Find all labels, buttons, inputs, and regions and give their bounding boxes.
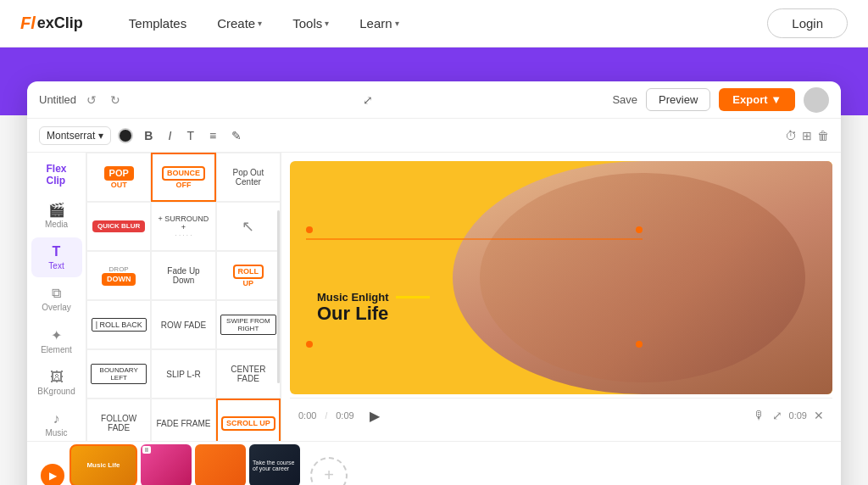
anim-roll-up[interactable]: ROLL UP <box>216 251 281 300</box>
user-avatar[interactable] <box>804 87 829 113</box>
handle-tr[interactable] <box>636 226 643 233</box>
sidebar-label-music: Music <box>45 428 67 438</box>
fade-frame-text: FADE FRAME <box>157 419 211 428</box>
timeline: ▶ Music Life Video 0:16 II Photo 0:09 <box>27 441 841 485</box>
anim-center-fade[interactable]: CENTER FADE <box>216 349 281 399</box>
handle-tl[interactable] <box>306 226 313 233</box>
boundary-left-badge: BOUNDARY LEFT <box>91 364 147 384</box>
text-panel: POP OUT BOUNCE OFF Pop Out Center QUICK … <box>86 153 281 441</box>
expand-icon: ⤢ <box>363 93 373 107</box>
clock-icon[interactable]: ⏱ <box>785 129 797 142</box>
add-clip-button[interactable]: + <box>310 457 348 486</box>
toolbar-right: ⏱ ⊞ 🗑 <box>785 129 829 142</box>
anim-slip-lr[interactable]: SLIP L-R <box>151 349 215 399</box>
topbar-right: Save Preview Export ▼ <box>612 87 829 113</box>
preview-button[interactable]: Preview <box>646 88 710 111</box>
editor-topbar: Untitled ↺ ↻ ⤢ Save Preview Export ▼ <box>27 81 841 119</box>
anim-bounce-off[interactable]: BOUNCE OFF <box>151 153 215 202</box>
topbar-center: ⤢ <box>132 93 604 107</box>
sidebar: FlexClip 🎬 Media T Text ⧉ Overlay ✦ Elem… <box>27 153 86 441</box>
anim-row-fade[interactable]: ROW FADE <box>151 300 215 349</box>
text-format-button[interactable]: T <box>182 126 198 145</box>
align-button[interactable]: ≡ <box>205 126 220 145</box>
learn-chevron-icon: ▾ <box>395 19 399 28</box>
nav-learn[interactable]: Learn ▾ <box>348 11 410 36</box>
sidebar-item-media[interactable]: 🎬 Media <box>31 195 82 236</box>
editor-container: Untitled ↺ ↻ ⤢ Save Preview Export ▼ Mon… <box>27 81 841 485</box>
canvas-text-overlay: Music Enlight Our Life <box>317 291 430 324</box>
anim-fade-frame[interactable]: FADE FRAME <box>151 399 215 441</box>
text-icon: T <box>53 244 61 259</box>
sidebar-item-bkground[interactable]: 🖼 BKground <box>31 363 82 403</box>
nav-create[interactable]: Create ▾ <box>205 11 274 36</box>
fade-up-down-text: Fade Up Down <box>155 266 211 285</box>
handle-bl[interactable] <box>306 341 313 348</box>
anim-pop-out[interactable]: POP OUT <box>86 153 151 202</box>
element-icon: ✦ <box>51 327 62 343</box>
edit-button[interactable]: ✎ <box>227 126 246 145</box>
bounce-off-badge: BOUNCE <box>162 166 205 181</box>
overlay-icon: ⧉ <box>52 286 61 301</box>
nav-templates[interactable]: Templates <box>117 11 198 36</box>
anim-scroll-up[interactable]: SCROLL UP <box>216 399 281 441</box>
anim-fade-up-down[interactable]: Fade Up Down <box>151 251 215 300</box>
sidebar-item-music[interactable]: ♪ Music <box>31 404 82 444</box>
mic-icon[interactable]: 🎙 <box>754 409 765 422</box>
italic-button[interactable]: I <box>164 126 175 145</box>
row-fade-text: ROW FADE <box>161 321 206 330</box>
trash-icon[interactable]: 🗑 <box>817 129 829 142</box>
center-fade-text: CENTER FADE <box>220 365 276 383</box>
redo-button[interactable]: ↻ <box>107 92 124 109</box>
editor-main: FlexClip 🎬 Media T Text ⧉ Overlay ✦ Elem… <box>27 153 841 441</box>
anim-surround[interactable]: + SURROUND + · · · · · <box>151 202 215 251</box>
surround-text: + SURROUND + <box>155 215 211 231</box>
anim-follow-fade[interactable]: FOLLOW FADE <box>86 399 151 441</box>
timeline-clip-video: ▶ Music Life Video 0:16 <box>41 444 137 486</box>
bold-button[interactable]: B <box>140 126 157 145</box>
save-button[interactable]: Save <box>612 93 637 106</box>
play-button[interactable]: ▶ <box>363 404 387 427</box>
fullscreen-icon[interactable]: ⤢ <box>772 409 782 422</box>
topbar-left: Untitled ↺ ↻ <box>39 92 124 109</box>
login-button[interactable]: Login <box>767 8 848 38</box>
tools-chevron-icon: ▾ <box>325 19 329 28</box>
font-chevron-icon: ▾ <box>98 130 103 142</box>
anim-roll-back[interactable]: | ROLL BACK <box>86 300 151 349</box>
timeline-clip-photo1[interactable]: II Photo 0:09 <box>141 444 192 486</box>
canvas-area: ‹ Music Enlight Our Lif <box>290 161 832 394</box>
anim-pop-out-center[interactable]: Pop Out Center <box>216 153 281 202</box>
timeline-clip-photo3[interactable]: Take the course of your career Photo 0:0… <box>249 444 300 486</box>
nav-tools[interactable]: Tools ▾ <box>281 11 341 36</box>
grid-icon[interactable]: ⊞ <box>802 129 812 142</box>
handle-br[interactable] <box>636 341 643 348</box>
color-swatch-button[interactable] <box>118 128 133 143</box>
sidebar-label-overlay: Overlay <box>42 303 70 312</box>
swipe-right-badge: SWIPE FROM RIGHT <box>220 315 276 335</box>
media-icon: 🎬 <box>48 202 65 218</box>
anim-cursor[interactable]: ↖ <box>216 202 281 251</box>
nav-right: Login <box>767 8 848 38</box>
pop-out-center-text: Pop Out Center <box>220 168 276 187</box>
cursor-icon: ↖ <box>242 217 254 236</box>
undo-button[interactable]: ↺ <box>83 92 100 109</box>
sidebar-label-element: Element <box>41 345 72 354</box>
quick-blur-badge: QUICK BLUR <box>92 220 145 232</box>
anim-swipe-right[interactable]: SWIPE FROM RIGHT <box>216 300 281 349</box>
animation-grid: POP OUT BOUNCE OFF Pop Out Center QUICK … <box>86 153 281 441</box>
top-nav: Fl exClip Templates Create ▾ Tools ▾ Lea… <box>0 0 868 47</box>
anim-drop-down[interactable]: DROP DOWN <box>86 251 151 300</box>
anim-quick-blur[interactable]: QUICK BLUR <box>86 202 151 251</box>
export-button[interactable]: Export ▼ <box>719 88 795 111</box>
sidebar-item-element[interactable]: ✦ Element <box>31 321 82 361</box>
sidebar-item-text[interactable]: T Text <box>31 237 82 277</box>
anim-boundary-left[interactable]: BOUNDARY LEFT <box>86 349 151 399</box>
canvas-main-text: Our Life <box>317 304 430 324</box>
music-icon: ♪ <box>53 411 60 426</box>
sidebar-item-overlay[interactable]: ⧉ Overlay <box>31 279 82 319</box>
total-time: 0:09 <box>336 410 353 421</box>
editor-title: Untitled <box>39 93 76 106</box>
close-icon[interactable]: ✕ <box>814 409 824 422</box>
timeline-clip-photo2[interactable]: Photo 0:03 <box>195 444 246 486</box>
font-selector[interactable]: Montserrat ▾ <box>39 126 111 145</box>
current-time: 0:00 <box>298 410 316 421</box>
